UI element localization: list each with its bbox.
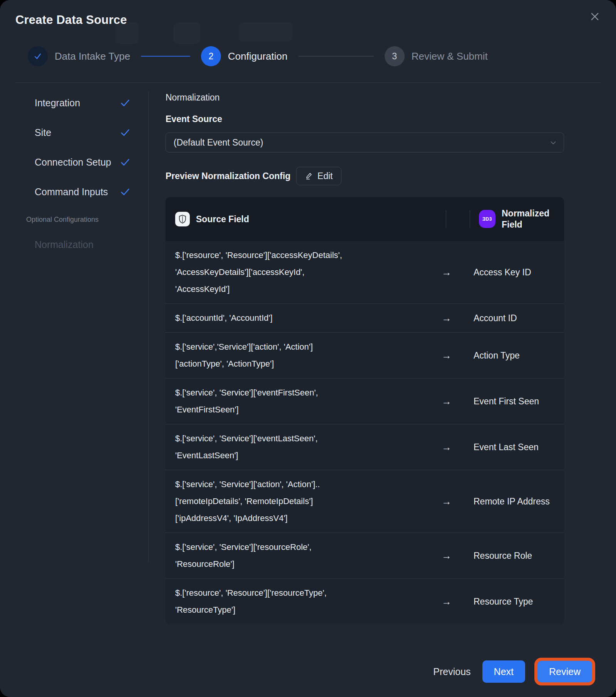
arrow-right-icon: →: [420, 395, 474, 407]
arrow-right-icon: →: [420, 496, 474, 508]
normalized-field-header: Normalized Field: [502, 208, 559, 230]
sidebar-step-label: Connection Setup: [35, 157, 111, 168]
configuration-panel: Normalization Event Source (Default Even…: [166, 92, 564, 624]
step-configuration[interactable]: 2 Configuration: [201, 46, 288, 66]
arrow-right-icon: →: [420, 312, 474, 324]
normalized-field-value: Resource Type: [474, 595, 564, 608]
event-source-label: Event Source: [166, 114, 564, 124]
normalized-field-value: Event First Seen: [474, 395, 564, 408]
arrow-right-icon: →: [420, 441, 474, 453]
mapping-table-header: Source Field ƎD3 Normalized Field: [166, 197, 564, 241]
source-field-value: $.['accountId', 'AccountId']: [166, 310, 420, 327]
table-row: $.['service', 'Service']['resourceRole',…: [166, 533, 564, 578]
previous-button[interactable]: Previous: [431, 662, 473, 681]
sidebar-step-item[interactable]: Connection Setup: [35, 156, 131, 168]
sidebar-step-label: Site: [35, 127, 51, 138]
normalized-field-value: Resource Role: [474, 550, 564, 562]
sidebar-step-item[interactable]: Site: [35, 127, 131, 138]
event-source-selected-value: (Default Event Source): [174, 137, 263, 148]
stepper-connector: [141, 56, 190, 57]
source-field-value: $.['service', 'Service']['eventFirstSeen…: [166, 384, 420, 418]
stepper-connector: [298, 56, 374, 57]
header-divider: [15, 82, 601, 83]
close-icon[interactable]: [588, 10, 601, 23]
check-icon: [119, 127, 131, 138]
table-row: $.['service', 'Service']['action', 'Acti…: [166, 470, 564, 533]
edit-pencil-icon: [305, 172, 313, 180]
background-ghost: [173, 22, 200, 44]
sidebar-step-item[interactable]: Command Inputs: [35, 186, 131, 198]
source-field-header: Source Field: [196, 214, 249, 225]
step-number: 2: [201, 46, 221, 66]
check-icon: [119, 156, 131, 168]
normalized-field-value: Action Type: [474, 349, 564, 362]
mapping-rows: $.['resource', 'Resource']['accessKeyDet…: [166, 241, 564, 624]
d3-brand-icon: ƎD3: [479, 210, 495, 228]
sidebar-divider: [148, 92, 149, 562]
table-row: $.['service', 'Service']['eventFirstSeen…: [166, 378, 564, 424]
column-divider: [470, 210, 470, 228]
arrow-right-icon: →: [420, 550, 474, 562]
check-icon: [119, 186, 131, 198]
normalized-field-value: Account ID: [474, 312, 564, 325]
review-button-highlighted[interactable]: Review: [537, 661, 592, 682]
table-row: $.['resource', 'Resource']['accessKeyDet…: [166, 241, 564, 303]
arrow-right-icon: →: [420, 596, 474, 608]
sidebar-section-label: Optional Configurations: [26, 216, 131, 224]
normalized-field-value: Access Key ID: [474, 266, 564, 279]
step-label: Data Intake Type: [55, 50, 130, 62]
arrow-right-icon: →: [420, 350, 474, 362]
shield-icon: [175, 212, 190, 226]
column-divider: [446, 210, 446, 228]
step-completed-check-icon: [28, 46, 48, 66]
next-button[interactable]: Next: [482, 660, 525, 683]
config-sidebar: Integration Site Connection Setup Comman…: [35, 97, 131, 250]
source-field-value: $.['service', 'Service']['eventLastSeen'…: [166, 430, 420, 464]
table-row: $.['accountId', 'AccountId'] → Account I…: [166, 303, 564, 332]
normalized-field-value: Remote IP Address: [474, 495, 564, 508]
source-field-value: $.['service', 'Service']['resourceRole',…: [166, 539, 420, 573]
source-field-value: $.['service', 'Service']['action', 'Acti…: [166, 476, 420, 527]
chevron-down-icon: [549, 139, 557, 149]
background-ghost: [239, 22, 293, 42]
source-field-value: $.['service','Service']['action', 'Actio…: [166, 338, 420, 372]
sidebar-step-label: Integration: [35, 97, 80, 109]
step-label: Review & Submit: [412, 50, 488, 62]
step-number: 3: [385, 46, 405, 66]
source-field-value: $.['resource', 'Resource']['resourceType…: [166, 585, 420, 618]
step-label: Configuration: [228, 50, 288, 62]
step-review-submit[interactable]: 3 Review & Submit: [385, 46, 488, 66]
table-row: $.['service', 'Service']['eventLastSeen'…: [166, 424, 564, 470]
wizard-stepper: Data Intake Type 2 Configuration 3 Revie…: [28, 46, 593, 66]
create-data-source-modal: Create Data Source Data Intake Type 2 Co…: [0, 0, 616, 697]
sidebar-item-normalization[interactable]: Normalization: [35, 239, 131, 250]
normalization-mapping-table: Source Field ƎD3 Normalized Field $.['re…: [166, 197, 564, 624]
section-title: Normalization: [166, 92, 564, 103]
arrow-right-icon: →: [420, 266, 474, 278]
table-row: $.['service','Service']['action', 'Actio…: [166, 332, 564, 378]
event-source-select[interactable]: (Default Event Source): [166, 132, 564, 152]
preview-normalization-config-label: Preview Normalization Config: [166, 171, 291, 181]
check-icon: [119, 97, 131, 109]
table-row: $.['resource', 'Resource']['resourceType…: [166, 578, 564, 624]
wizard-footer: Previous Next Review: [431, 660, 595, 683]
normalized-field-value: Event Last Seen: [474, 441, 564, 454]
edit-button-label: Edit: [318, 171, 333, 181]
step-data-intake-type[interactable]: Data Intake Type: [28, 46, 130, 66]
sidebar-step-label: Command Inputs: [35, 186, 108, 198]
source-field-value: $.['resource', 'Resource']['accessKeyDet…: [166, 247, 420, 298]
sidebar-steps: Integration Site Connection Setup Comman…: [35, 97, 131, 198]
page-title: Create Data Source: [15, 13, 127, 27]
edit-button[interactable]: Edit: [296, 167, 342, 185]
sidebar-step-item[interactable]: Integration: [35, 97, 131, 109]
